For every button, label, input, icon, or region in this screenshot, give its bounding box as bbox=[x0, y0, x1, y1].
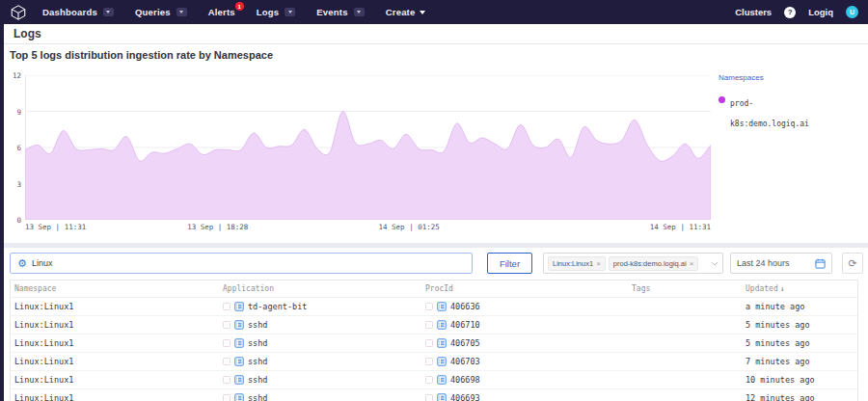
application-cell: sshd bbox=[223, 393, 425, 401]
chart-card: Top 5 logs distribution ingestion rate b… bbox=[4, 44, 868, 243]
sort-desc-icon: ↓ bbox=[780, 284, 785, 293]
row-checkbox[interactable] bbox=[425, 394, 433, 401]
updated-cell: 10 minutes ago bbox=[746, 375, 857, 385]
chart-legend: Namespaces prod-k8s:demo.logiq.ai bbox=[719, 73, 865, 134]
procid-label: 406636 bbox=[450, 302, 480, 311]
time-range-picker[interactable]: Last 24 hours bbox=[730, 253, 832, 274]
view-logs-icon[interactable] bbox=[437, 357, 447, 366]
view-logs-icon[interactable] bbox=[437, 302, 447, 311]
namespace-cell: Linux:Linux1 bbox=[14, 357, 223, 366]
tag-select[interactable]: Linux:Linux1×prod-k8s:demo.logiq.ai× bbox=[543, 253, 723, 274]
column-header-updated[interactable]: Updated↓ bbox=[746, 284, 857, 293]
column-header-namespace: Namespace bbox=[14, 284, 223, 293]
row-checkbox[interactable] bbox=[425, 321, 433, 329]
row-checkbox[interactable] bbox=[223, 339, 231, 347]
chevron-down-icon[interactable] bbox=[711, 259, 719, 268]
application-label: sshd bbox=[248, 320, 267, 330]
remove-tag-icon[interactable]: × bbox=[690, 259, 694, 268]
updated-cell: 5 minutes ago bbox=[746, 338, 857, 348]
view-logs-icon[interactable] bbox=[234, 393, 244, 401]
procid-label: 406693 bbox=[450, 393, 480, 401]
nav-item-logs[interactable]: Logs bbox=[257, 7, 296, 17]
y-tick-label: 6 bbox=[6, 144, 21, 152]
filter-button[interactable]: Filter bbox=[487, 253, 532, 274]
table-row[interactable]: Linux:Linux1sshd40669810 minutes ago bbox=[11, 371, 857, 389]
application-cell: sshd bbox=[223, 357, 425, 366]
legend-item[interactable]: prod-k8s:demo.logiq.ai bbox=[719, 94, 865, 134]
search-box[interactable]: ⚙ bbox=[10, 253, 473, 274]
brand-label: Logiq bbox=[808, 7, 833, 17]
procid-label: 406698 bbox=[450, 375, 480, 385]
chart-title: Top 5 logs distribution ingestion rate b… bbox=[10, 49, 273, 61]
row-checkbox[interactable] bbox=[223, 321, 231, 329]
series-color-dot bbox=[719, 96, 725, 103]
row-checkbox[interactable] bbox=[425, 303, 433, 310]
view-logs-icon[interactable] bbox=[234, 375, 244, 385]
search-input[interactable] bbox=[32, 258, 465, 268]
view-logs-icon[interactable] bbox=[437, 320, 447, 330]
nav-item-alerts[interactable]: Alerts1 bbox=[208, 7, 235, 17]
y-tick-label: 3 bbox=[6, 180, 21, 189]
view-logs-icon[interactable] bbox=[437, 393, 447, 401]
nav-item-clusters[interactable]: Clusters bbox=[735, 7, 772, 17]
view-logs-icon[interactable] bbox=[234, 357, 244, 366]
nav-item-label: Create bbox=[386, 7, 416, 17]
row-checkbox[interactable] bbox=[223, 376, 231, 384]
row-checkbox[interactable] bbox=[425, 339, 433, 347]
chevron-down-icon[interactable] bbox=[176, 8, 187, 16]
application-cell: td-agent-bit bbox=[223, 302, 425, 311]
chevron-down-icon[interactable] bbox=[354, 8, 365, 16]
updated-cell: 5 minutes ago bbox=[746, 320, 857, 330]
application-cell: sshd bbox=[223, 375, 425, 385]
legend-title: Namespaces bbox=[719, 73, 865, 82]
application-label: sshd bbox=[248, 375, 267, 385]
help-icon[interactable]: ? bbox=[784, 7, 796, 18]
row-checkbox[interactable] bbox=[223, 303, 231, 310]
procid-cell: 406705 bbox=[425, 338, 632, 348]
table-row[interactable]: Linux:Linux1td-agent-bit406636a minute a… bbox=[11, 298, 857, 316]
view-logs-icon[interactable] bbox=[437, 338, 447, 348]
caret-down-icon bbox=[420, 11, 425, 14]
procid-label: 406710 bbox=[450, 320, 480, 330]
row-checkbox[interactable] bbox=[223, 358, 231, 365]
column-header-tags: Tags bbox=[632, 284, 746, 293]
table-row[interactable]: Linux:Linux1sshd4067105 minutes ago bbox=[11, 316, 857, 334]
nav-right: Clusters ? Logiq U bbox=[735, 6, 858, 18]
row-checkbox[interactable] bbox=[425, 376, 433, 384]
procid-cell: 406693 bbox=[425, 393, 632, 401]
chevron-down-icon[interactable] bbox=[103, 8, 114, 16]
view-logs-icon[interactable] bbox=[437, 375, 447, 385]
table-row[interactable]: Linux:Linux1sshd4067037 minutes ago bbox=[11, 353, 857, 371]
tag-chip: prod-k8s:demo.logiq.ai× bbox=[609, 256, 699, 271]
table-header-row: NamespaceApplicationProcIdTagsUpdated↓ bbox=[11, 281, 857, 298]
nav-item-queries[interactable]: Queries bbox=[135, 7, 187, 17]
nav-item-create[interactable]: Create bbox=[386, 7, 426, 17]
remove-tag-icon[interactable]: × bbox=[596, 259, 601, 268]
gear-icon[interactable]: ⚙ bbox=[17, 258, 27, 269]
calendar-icon[interactable] bbox=[815, 258, 826, 269]
refresh-icon[interactable]: ⟳ bbox=[842, 253, 863, 274]
nav-item-dashboards[interactable]: Dashboards bbox=[42, 7, 114, 17]
table-row[interactable]: Linux:Linux1sshd40669312 minutes ago bbox=[11, 389, 857, 401]
chevron-down-icon[interactable] bbox=[285, 8, 295, 16]
application-label: sshd bbox=[248, 357, 267, 366]
table-row[interactable]: Linux:Linux1sshd4067055 minutes ago bbox=[11, 334, 857, 353]
row-checkbox[interactable] bbox=[425, 358, 433, 365]
procid-cell: 406703 bbox=[425, 357, 632, 366]
application-label: sshd bbox=[248, 393, 267, 401]
view-logs-icon[interactable] bbox=[234, 338, 244, 348]
procid-cell: 406698 bbox=[425, 375, 632, 385]
view-logs-icon[interactable] bbox=[234, 302, 244, 311]
namespace-cell: Linux:Linux1 bbox=[14, 320, 223, 330]
legend-label: prod-k8s:demo.logiq.ai bbox=[730, 94, 819, 134]
y-tick-label: 9 bbox=[6, 108, 21, 117]
view-logs-icon[interactable] bbox=[234, 320, 244, 330]
row-checkbox[interactable] bbox=[223, 394, 231, 401]
nav-item-events[interactable]: Events bbox=[316, 7, 364, 17]
user-avatar[interactable]: U bbox=[846, 6, 858, 18]
procid-label: 406703 bbox=[450, 357, 480, 366]
procid-cell: 406636 bbox=[425, 302, 632, 311]
updated-cell: a minute ago bbox=[746, 302, 857, 311]
namespace-cell: Linux:Linux1 bbox=[14, 375, 223, 385]
logiq-logo-icon[interactable] bbox=[10, 4, 27, 21]
